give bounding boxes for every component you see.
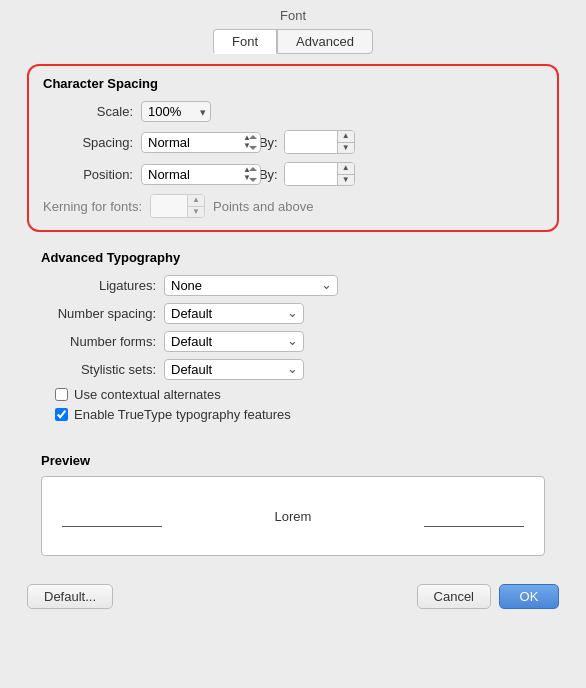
preview-line-left bbox=[62, 526, 162, 527]
spacing-by-stepper[interactable]: ▲ ▼ bbox=[337, 131, 354, 153]
position-select[interactable]: Normal Raised Lowered bbox=[141, 164, 261, 185]
enable-truetype-label: Enable TrueType typography features bbox=[74, 407, 291, 422]
title-label: Font bbox=[280, 8, 306, 23]
kerning-input[interactable]: ▲ ▼ bbox=[150, 194, 205, 218]
preview-title: Preview bbox=[41, 453, 545, 468]
use-contextual-checkbox[interactable] bbox=[55, 388, 68, 401]
stylistic-sets-label: Stylistic sets: bbox=[41, 362, 156, 377]
spacing-row: Spacing: Normal Expanded Condensed ▲ ▼ B… bbox=[43, 130, 543, 154]
advanced-typography-title: Advanced Typography bbox=[41, 250, 545, 265]
kerning-stepper[interactable]: ▲ ▼ bbox=[187, 195, 204, 217]
position-by-down[interactable]: ▼ bbox=[338, 175, 354, 186]
spacing-by-up[interactable]: ▲ bbox=[338, 131, 354, 143]
action-buttons: Cancel OK bbox=[417, 584, 559, 609]
spacing-by-input[interactable]: ▲ ▼ bbox=[284, 130, 355, 154]
kerning-suffix: Points and above bbox=[213, 199, 313, 214]
kerning-up[interactable]: ▲ bbox=[188, 195, 204, 207]
tab-bar: Font Advanced bbox=[213, 29, 373, 54]
number-forms-label: Number forms: bbox=[41, 334, 156, 349]
number-forms-row: Number forms: Default Lining Old-Style bbox=[41, 331, 545, 352]
kerning-down[interactable]: ▼ bbox=[188, 207, 204, 218]
spacing-by-label: By: bbox=[259, 135, 278, 150]
stylistic-sets-select-wrapper: Default bbox=[164, 359, 304, 380]
preview-text: Lorem bbox=[275, 509, 312, 524]
scale-select[interactable]: 100% 50% 75% 90% 110% 125% 150% 200% bbox=[141, 101, 211, 122]
spacing-by-down[interactable]: ▼ bbox=[338, 143, 354, 154]
ligatures-label: Ligatures: bbox=[41, 278, 156, 293]
position-by-label: By: bbox=[259, 167, 278, 182]
number-forms-select-wrapper: Default Lining Old-Style bbox=[164, 331, 304, 352]
spacing-select-wrapper: Normal Expanded Condensed bbox=[141, 132, 261, 153]
tab-advanced[interactable]: Advanced bbox=[277, 29, 373, 54]
ligatures-select[interactable]: None Standard Only Standard and Contextu… bbox=[164, 275, 338, 296]
position-select-wrapper: Normal Raised Lowered bbox=[141, 164, 261, 185]
enable-truetype-checkbox[interactable] bbox=[55, 408, 68, 421]
tab-font[interactable]: Font bbox=[213, 29, 277, 54]
position-by-field[interactable] bbox=[285, 163, 337, 185]
character-spacing-section: Character Spacing Scale: 100% 50% 75% 90… bbox=[27, 64, 559, 232]
spacing-label: Spacing: bbox=[43, 135, 133, 150]
number-spacing-select-wrapper: Default Proportional Monospaced bbox=[164, 303, 304, 324]
ok-button[interactable]: OK bbox=[499, 584, 559, 609]
stylistic-sets-row: Stylistic sets: Default bbox=[41, 359, 545, 380]
preview-box: Lorem bbox=[41, 476, 545, 556]
scale-label: Scale: bbox=[43, 104, 133, 119]
preview-section: Preview Lorem bbox=[27, 447, 559, 562]
cancel-button[interactable]: Cancel bbox=[417, 584, 491, 609]
scale-select-wrapper: 100% 50% 75% 90% 110% 125% 150% 200% bbox=[141, 101, 211, 122]
number-spacing-select[interactable]: Default Proportional Monospaced bbox=[164, 303, 304, 324]
bottom-bar: Default... Cancel OK bbox=[13, 576, 573, 613]
kerning-row: Kerning for fonts: ▲ ▼ Points and above bbox=[43, 194, 543, 218]
kerning-field[interactable] bbox=[151, 195, 187, 217]
scale-row: Scale: 100% 50% 75% 90% 110% 125% 150% 2… bbox=[43, 101, 543, 122]
number-spacing-label: Number spacing: bbox=[41, 306, 156, 321]
stylistic-sets-select[interactable]: Default bbox=[164, 359, 304, 380]
use-contextual-label: Use contextual alternates bbox=[74, 387, 221, 402]
spacing-select[interactable]: Normal Expanded Condensed bbox=[141, 132, 261, 153]
ligatures-row: Ligatures: None Standard Only Standard a… bbox=[41, 275, 545, 296]
title-bar: Font bbox=[0, 0, 586, 29]
default-button[interactable]: Default... bbox=[27, 584, 113, 609]
position-label: Position: bbox=[43, 167, 133, 182]
preview-line-right bbox=[424, 526, 524, 527]
number-spacing-row: Number spacing: Default Proportional Mon… bbox=[41, 303, 545, 324]
position-row: Position: Normal Raised Lowered ▲ ▼ By: … bbox=[43, 162, 543, 186]
position-by-up[interactable]: ▲ bbox=[338, 163, 354, 175]
dialog-content: Character Spacing Scale: 100% 50% 75% 90… bbox=[13, 64, 573, 576]
character-spacing-title: Character Spacing bbox=[43, 76, 543, 91]
number-forms-select[interactable]: Default Lining Old-Style bbox=[164, 331, 304, 352]
position-by-input[interactable]: ▲ ▼ bbox=[284, 162, 355, 186]
enable-truetype-row: Enable TrueType typography features bbox=[41, 407, 545, 422]
advanced-typography-section: Advanced Typography Ligatures: None Stan… bbox=[27, 244, 559, 437]
spacing-by-field[interactable] bbox=[285, 131, 337, 153]
ligatures-select-wrapper: None Standard Only Standard and Contextu… bbox=[164, 275, 338, 296]
position-by-stepper[interactable]: ▲ ▼ bbox=[337, 163, 354, 185]
use-contextual-row: Use contextual alternates bbox=[41, 387, 545, 402]
kerning-label: Kerning for fonts: bbox=[43, 199, 142, 214]
